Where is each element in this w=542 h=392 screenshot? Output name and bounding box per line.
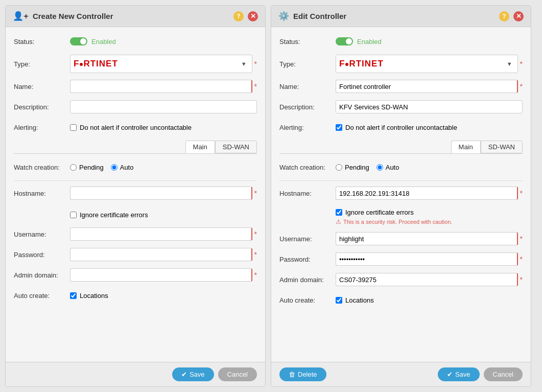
- edit-alerting-text: Do not alert if controller uncontactable: [345, 124, 457, 131]
- edit-wc-pending-radio[interactable]: [336, 164, 342, 171]
- create-wc-pending-radio[interactable]: [70, 164, 77, 171]
- edit-save-button[interactable]: ✔ Save: [438, 367, 480, 381]
- create-watchcreation-label: Watch creation:: [14, 164, 70, 171]
- edit-status-toggle[interactable]: [336, 37, 353, 45]
- create-save-icon: ✔: [181, 371, 187, 378]
- create-autocreate-row: Auto create: Locations: [14, 288, 257, 303]
- edit-status-row: Status: Enabled: [279, 34, 523, 49]
- edit-watchcreation-pending[interactable]: Pending: [336, 164, 369, 171]
- edit-watchcreation-label: Watch creation:: [279, 164, 336, 171]
- edit-password-row: Password: *: [279, 252, 523, 266]
- edit-name-input[interactable]: [336, 80, 518, 93]
- edit-alerting-row: Alerting: Do not alert if controller unc…: [279, 120, 523, 134]
- create-password-input[interactable]: [70, 248, 252, 261]
- create-username-required: *: [254, 230, 257, 238]
- create-admindomain-input[interactable]: [70, 268, 252, 282]
- edit-help-button[interactable]: ?: [499, 11, 509, 21]
- edit-status-label: Status:: [279, 38, 336, 45]
- create-wc-auto-label: Auto: [120, 164, 134, 171]
- create-autocreate-checkbox[interactable]: [70, 292, 77, 299]
- edit-tab-sdwan[interactable]: SD-WAN: [481, 141, 523, 153]
- create-tab-main[interactable]: Main: [185, 141, 215, 153]
- create-desc-row: Description:: [14, 100, 257, 114]
- edit-delete-icon: 🗑: [289, 371, 295, 378]
- edit-admindomain-input[interactable]: [336, 273, 518, 286]
- edit-ignorecert-warning-wrap: ⚠ This is a security risk. Proceed with …: [279, 217, 523, 225]
- edit-desc-row: Description:: [279, 100, 523, 114]
- edit-tab-main[interactable]: Main: [451, 141, 481, 153]
- edit-delete-button[interactable]: 🗑 Delete: [279, 367, 326, 381]
- edit-desc-label: Description:: [279, 103, 336, 111]
- edit-watchcreation-row: Watch creation: Pending Auto: [279, 160, 523, 174]
- create-name-input[interactable]: [70, 80, 252, 93]
- edit-watchcreation-control: Pending Auto: [336, 164, 523, 171]
- edit-watchcreation-auto[interactable]: Auto: [376, 164, 399, 171]
- create-wc-auto-radio[interactable]: [111, 164, 117, 171]
- edit-type-select[interactable]: FRTINET ▼: [336, 55, 518, 73]
- create-toggle-switch[interactable]: [70, 37, 87, 45]
- edit-panel-body: Status: Enabled Type: FRTINET ▼ * Name:: [271, 27, 531, 362]
- create-watchcreation-row: Watch creation: Pending Auto: [14, 160, 257, 174]
- create-watchcreation-pending[interactable]: Pending: [70, 164, 104, 171]
- create-cancel-button[interactable]: Cancel: [218, 367, 257, 381]
- edit-cancel-label: Cancel: [493, 371, 513, 378]
- edit-cancel-button[interactable]: Cancel: [484, 367, 523, 381]
- edit-autocreate-control: Locations: [336, 296, 523, 304]
- edit-status-control: Enabled: [336, 37, 523, 45]
- edit-autocreate-label: Auto create:: [279, 296, 336, 304]
- edit-password-control: *: [336, 252, 523, 266]
- create-desc-control: [70, 100, 257, 113]
- fortinet-logo: FRTINET: [74, 59, 241, 69]
- create-name-row: Name: *: [14, 79, 257, 94]
- edit-alerting-control: Do not alert if controller uncontactable: [336, 124, 523, 131]
- edit-close-button[interactable]: ✕: [513, 11, 524, 21]
- create-cancel-label: Cancel: [227, 371, 248, 378]
- edit-tab-group: Main SD-WAN: [279, 141, 523, 154]
- create-admindomain-row: Admin domain: *: [14, 268, 257, 282]
- create-hostname-input[interactable]: [70, 187, 252, 200]
- create-status-toggle[interactable]: [70, 37, 87, 45]
- edit-save-icon: ✔: [447, 371, 453, 378]
- create-alerting-label: Alerting:: [14, 124, 70, 131]
- create-alerting-row: Alerting: Do not alert if controller unc…: [14, 120, 257, 134]
- edit-delete-label: Delete: [298, 371, 317, 378]
- edit-admindomain-required: *: [520, 275, 523, 284]
- create-alerting-checkbox[interactable]: [70, 124, 77, 131]
- create-help-button[interactable]: ?: [233, 11, 244, 21]
- create-watchcreation-auto[interactable]: Auto: [111, 164, 134, 171]
- edit-type-dropdown-arrow: ▼: [507, 61, 512, 67]
- edit-controller-panel: ⚙️ Edit Controller ? ✕ Status: Enabled T…: [271, 5, 531, 387]
- edit-toggle-switch[interactable]: [336, 37, 353, 45]
- create-type-select[interactable]: FRTINET ▼: [70, 55, 252, 73]
- edit-alerting-checkbox[interactable]: [336, 124, 342, 131]
- create-name-label: Name:: [14, 83, 70, 90]
- create-username-input[interactable]: [70, 227, 252, 241]
- edit-save-label: Save: [455, 371, 470, 378]
- create-hostname-required: *: [254, 189, 257, 197]
- create-close-button[interactable]: ✕: [248, 11, 258, 21]
- edit-ignorecert-label: Ignore certificate errors: [345, 209, 414, 216]
- edit-wc-auto-label: Auto: [386, 164, 399, 171]
- edit-panel-footer: 🗑 Delete ✔ Save Cancel: [271, 362, 531, 386]
- create-autocreate-control: Locations: [70, 292, 257, 299]
- create-ignorecert-checkbox[interactable]: [70, 212, 77, 218]
- edit-autocreate-checkbox[interactable]: [336, 297, 342, 304]
- create-save-button[interactable]: ✔ Save: [172, 367, 214, 381]
- create-type-label: Type:: [14, 60, 70, 68]
- create-tab-sdwan[interactable]: SD-WAN: [215, 141, 257, 153]
- edit-password-input[interactable]: [336, 252, 518, 266]
- create-panel-title: Create New Controller: [33, 12, 229, 20]
- create-password-control: *: [70, 248, 257, 261]
- create-watchcreation-control: Pending Auto: [70, 164, 257, 171]
- edit-username-input[interactable]: [336, 232, 518, 245]
- edit-desc-input[interactable]: [336, 100, 523, 113]
- create-username-label: Username:: [14, 230, 70, 238]
- edit-status-value: Enabled: [357, 38, 382, 45]
- edit-wc-auto-radio[interactable]: [376, 164, 383, 171]
- edit-hostname-row: Hostname: *: [279, 186, 523, 200]
- create-desc-input[interactable]: [70, 100, 257, 113]
- edit-wc-pending-label: Pending: [345, 164, 369, 171]
- edit-ignorecert-checkbox[interactable]: [336, 209, 342, 216]
- edit-hostname-input[interactable]: [336, 187, 518, 200]
- edit-username-label: Username:: [279, 235, 336, 243]
